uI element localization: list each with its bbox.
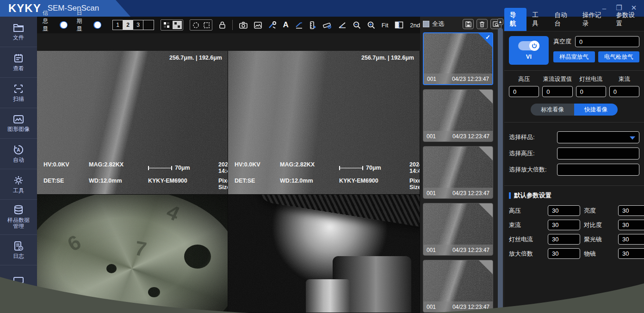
select-all-checkbox[interactable] bbox=[423, 21, 429, 27]
lock-icon[interactable] bbox=[219, 19, 226, 31]
view-3-button[interactable]: 3 bbox=[133, 20, 143, 30]
dither-dark-icon[interactable] bbox=[162, 21, 171, 29]
quick-imaging-button[interactable]: 快捷看像 bbox=[574, 104, 618, 116]
vi-toggle-tile[interactable]: VI bbox=[509, 36, 549, 65]
zoom-in-icon[interactable] bbox=[367, 19, 375, 31]
dither-light-icon[interactable] bbox=[173, 21, 182, 29]
noise-texture bbox=[228, 195, 420, 313]
vent-gun-button[interactable]: 电气枪放气 bbox=[598, 51, 640, 62]
ruler-view-icon[interactable] bbox=[323, 19, 332, 31]
sidebar-item-sample-data[interactable]: 样品数据管理 bbox=[0, 200, 37, 235]
date-display-toggle[interactable] bbox=[93, 21, 101, 29]
view-2-button[interactable]: 2 bbox=[123, 20, 133, 30]
thumbnail-item[interactable]: 00104/23 12:23:47 bbox=[423, 203, 493, 256]
dashed-circle-icon[interactable] bbox=[191, 21, 200, 29]
thumbnail-time: 04/23 12:23:47 bbox=[452, 247, 489, 253]
adjust-tools-icon[interactable] bbox=[268, 19, 277, 31]
sidebar-item-partial[interactable] bbox=[0, 265, 37, 296]
sidebar-item-auto[interactable]: A 自动 bbox=[0, 139, 37, 169]
thumbnail-scrollbar[interactable]: ▲ bbox=[497, 18, 503, 313]
default-condenser-input[interactable] bbox=[618, 234, 644, 245]
mag-value: MAG:2.82KX bbox=[89, 161, 148, 174]
chamber-camera-view[interactable] bbox=[228, 195, 420, 313]
select-magnification-field[interactable] bbox=[557, 164, 639, 176]
thumbnail-caption: 00104/23 12:23:47 bbox=[423, 245, 493, 255]
hv-value: HV:0.0KV bbox=[43, 161, 89, 174]
thumbnail-item[interactable]: 00104/23 12:23:47 bbox=[423, 89, 493, 142]
tab-auto-stage[interactable]: 自动台 bbox=[549, 8, 577, 31]
zoom-out-icon[interactable] bbox=[353, 19, 361, 31]
datetime-value: 2024.07.23 14:48 bbox=[409, 161, 420, 174]
sidebar-item-label: 日志 bbox=[13, 253, 24, 259]
scale-bar-line bbox=[148, 166, 172, 170]
select-sample-dropdown[interactable] bbox=[557, 131, 639, 143]
default-objective-input[interactable] bbox=[618, 248, 644, 259]
corner-fold bbox=[479, 203, 493, 217]
sidebar-item-scan[interactable]: 扫描 bbox=[0, 78, 37, 108]
beam-set-input[interactable] bbox=[542, 86, 572, 97]
sem-image-1[interactable]: 256.7μm. | 192.6μm HV:0.0KV MAG:2.82KX 7… bbox=[37, 51, 228, 194]
svg-text:A: A bbox=[17, 147, 20, 153]
tab-tools[interactable]: 工具 bbox=[526, 8, 549, 31]
text-annotation-icon[interactable]: A bbox=[283, 20, 289, 30]
save-icon[interactable] bbox=[463, 19, 474, 29]
dashed-rect-icon[interactable] bbox=[202, 21, 211, 29]
thumbnail-item[interactable]: ✓ 00104/23 12:23:47 bbox=[423, 32, 493, 85]
default-contrast-input[interactable] bbox=[618, 220, 644, 230]
scroll-up-icon[interactable]: ▲ bbox=[497, 18, 503, 25]
default-params-section: 默认参数设置 高压 亮度 束流 对比度 灯丝电流 聚光镜 放大倍数 物镜 bbox=[504, 186, 644, 264]
thumbnail-id: 001 bbox=[427, 133, 436, 140]
tab-parameter-settings[interactable]: 参数设置 bbox=[610, 8, 644, 31]
hv-field-label: 高压 bbox=[509, 75, 539, 83]
sidebar-item-view[interactable]: 查看 bbox=[0, 47, 37, 78]
ruler-add-icon[interactable] bbox=[310, 19, 316, 31]
default-magnification-label: 放大倍数 bbox=[509, 250, 544, 258]
default-magnification-input[interactable] bbox=[548, 248, 580, 259]
beam-current-input[interactable] bbox=[609, 86, 639, 97]
thumbnail-list: ✓ 00104/23 12:23:47 00104/23 12:23:47 00… bbox=[423, 32, 493, 313]
camera-icon[interactable] bbox=[239, 19, 248, 31]
tab-navigation[interactable]: 导航 bbox=[504, 8, 526, 31]
det-value: DET:SE bbox=[235, 178, 280, 190]
snapshot-image-icon[interactable] bbox=[254, 19, 262, 31]
thumbnail-item[interactable]: 00104/23 12:23:47 bbox=[423, 260, 493, 313]
hv-field-input[interactable] bbox=[509, 86, 539, 97]
sidebar-item-files[interactable]: 文件 bbox=[0, 17, 37, 47]
fit-button[interactable]: Fit bbox=[382, 22, 388, 29]
delete-icon[interactable] bbox=[477, 19, 488, 29]
default-beam-input[interactable] bbox=[548, 220, 580, 230]
measure-line-icon[interactable] bbox=[295, 19, 303, 31]
select-sample-label: 选择样品: bbox=[509, 133, 553, 141]
sidebar-item-images[interactable]: 图形图像 bbox=[0, 108, 37, 139]
beam-section: 高压 束流设置值 灯丝电流 束流 标准看像 快捷看像 bbox=[504, 71, 644, 123]
default-brightness-input[interactable] bbox=[618, 205, 644, 216]
vi-label: VI bbox=[526, 53, 532, 60]
default-filament-input[interactable] bbox=[548, 234, 580, 245]
select-hv-field[interactable] bbox=[557, 147, 639, 160]
default-hv-input[interactable] bbox=[548, 205, 580, 216]
view-4-button[interactable] bbox=[143, 20, 154, 30]
tab-operation-log[interactable]: 操作记录 bbox=[577, 8, 611, 31]
filament-input[interactable] bbox=[576, 86, 606, 97]
split-view-icon[interactable] bbox=[395, 19, 403, 31]
vi-power-toggle[interactable] bbox=[518, 41, 539, 50]
scrollbar-thumb[interactable] bbox=[498, 28, 503, 311]
default-filament-label: 灯丝电流 bbox=[509, 235, 544, 244]
info-display-toggle[interactable] bbox=[60, 21, 68, 29]
standard-imaging-button[interactable]: 标准看像 bbox=[531, 104, 574, 116]
vacuum-input[interactable] bbox=[575, 36, 639, 47]
angle-measure-icon[interactable] bbox=[338, 19, 347, 31]
select-hv-label: 选择高压: bbox=[509, 149, 553, 158]
view-1-button[interactable]: 1 bbox=[113, 20, 123, 30]
sidebar-item-tools[interactable]: 工具 bbox=[0, 169, 37, 200]
second-display-button[interactable]: 2nd bbox=[410, 22, 420, 29]
stage-camera-view[interactable]: 6 4 7 bbox=[37, 195, 228, 313]
thumbnail-item[interactable]: 00104/23 12:23:47 bbox=[423, 146, 493, 199]
image-viewer: 256.7μm. | 192.6μm HV:0.0KV MAG:2.82KX 7… bbox=[37, 33, 420, 313]
vent-chamber-button[interactable]: 样品室放气 bbox=[553, 51, 595, 62]
sidebar-item-logs[interactable]: 日志 bbox=[0, 235, 37, 265]
default-params-title: 默认参数设置 bbox=[514, 191, 551, 200]
thumbnail-id: 001 bbox=[427, 304, 436, 310]
scale-bar: 70μm bbox=[339, 161, 409, 174]
sem-image-2[interactable]: 256.7μm. | 192.6μm HV:0.0KV MAG:2.82KX 7… bbox=[228, 51, 420, 194]
